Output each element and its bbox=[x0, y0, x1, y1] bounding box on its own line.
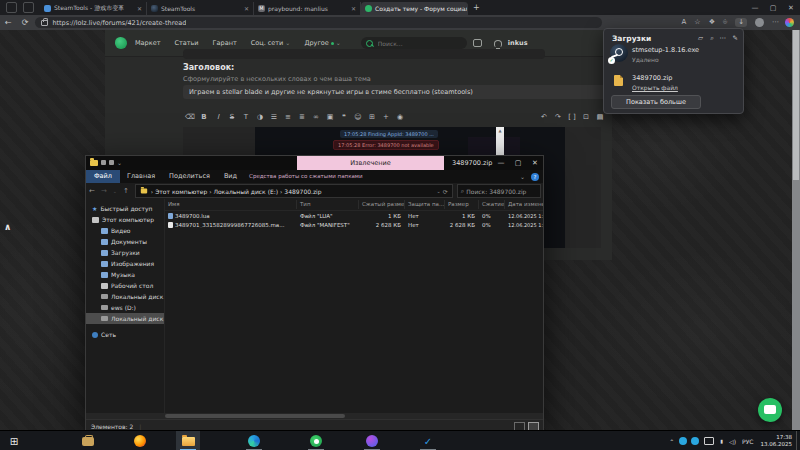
insert-more-icon[interactable]: + bbox=[379, 114, 393, 121]
emoji-icon[interactable]: ☺ bbox=[351, 114, 365, 121]
tab-praybound[interactable]: M praybound: manlius ✕ bbox=[254, 2, 361, 15]
help-icon[interactable]: ? bbox=[531, 173, 539, 181]
explorer-maximize-button[interactable]: ▢ bbox=[510, 156, 526, 170]
address-bar[interactable]: https://lolz.live/forums/421/create-thre… bbox=[35, 17, 602, 28]
bold-icon[interactable]: B bbox=[197, 114, 211, 121]
nav-articles[interactable]: Статьи bbox=[174, 39, 198, 47]
browser-maximize-button[interactable]: ▢ bbox=[764, 4, 782, 12]
browser-close-button[interactable]: ✕ bbox=[782, 4, 800, 12]
sidebar-item-downloads[interactable]: Загрузки bbox=[86, 247, 164, 258]
notifications-bell-icon[interactable] bbox=[494, 40, 502, 47]
show-more-button[interactable]: Показать больше bbox=[611, 95, 701, 109]
downloads-button[interactable]: ↓ bbox=[735, 18, 747, 27]
support-chat-button[interactable] bbox=[758, 398, 782, 422]
favorites-star-icon[interactable]: ☆ bbox=[694, 19, 700, 26]
messages-icon[interactable] bbox=[473, 39, 482, 47]
bullet-list-icon[interactable]: ≡ bbox=[281, 114, 295, 121]
breadcrumb-path[interactable]: › Этот компьютер › Локальный диск (E:) ›… bbox=[151, 188, 435, 195]
file-row[interactable]: 3489700.lua Файл "LUA" 1 КБ Нет 1 КБ 0% … bbox=[165, 211, 543, 220]
open-file-link[interactable]: Открыть файл bbox=[632, 84, 678, 91]
username[interactable]: inkus bbox=[508, 39, 528, 47]
sidebar-item-music[interactable]: Музыка bbox=[86, 269, 164, 280]
telegram-icon-2[interactable] bbox=[691, 437, 699, 445]
text-size-icon[interactable]: T bbox=[239, 114, 253, 121]
file-list-header[interactable]: Имя Тип Сжатый размер Защита па... Разме… bbox=[165, 199, 543, 211]
telegram-icon[interactable] bbox=[679, 437, 687, 445]
qat-icon[interactable] bbox=[101, 160, 106, 165]
tab-close-icon[interactable]: ✕ bbox=[241, 5, 249, 12]
tab-create-thread[interactable]: Создать тему - Форум социаль... ✕ bbox=[361, 2, 468, 15]
tray-expand-icon[interactable]: ⌃ bbox=[669, 438, 674, 445]
refresh-icon[interactable]: ⟳ bbox=[443, 188, 448, 195]
sidebar-item-disk-d[interactable]: ews (D:) bbox=[86, 302, 164, 313]
bbcode-icon[interactable]: [ ] bbox=[565, 114, 579, 121]
compressed-tools-tab[interactable]: Средства работы со сжатыми папками bbox=[244, 170, 368, 183]
quote-icon[interactable]: ❝ bbox=[337, 114, 351, 121]
sidebar-item-videos[interactable]: Видео bbox=[86, 225, 164, 236]
horizontal-scrollbar-thumb[interactable] bbox=[165, 414, 345, 418]
start-button[interactable]: ⊞ bbox=[2, 431, 26, 450]
forward-icon[interactable]: → bbox=[101, 187, 107, 195]
sidebar-item-this-pc[interactable]: Этот компьютер bbox=[86, 214, 164, 225]
taskbar-app-purple[interactable] bbox=[360, 431, 384, 450]
search-downloads-icon[interactable]: ⌕ bbox=[710, 34, 714, 42]
taskbar-app-green[interactable] bbox=[304, 431, 328, 450]
tab-close-icon[interactable]: ✕ bbox=[134, 5, 142, 12]
explorer-close-button[interactable]: ✕ bbox=[527, 156, 543, 170]
battery-icon[interactable]: ▮ bbox=[720, 438, 723, 444]
forum-search[interactable] bbox=[361, 37, 467, 49]
scroll-to-top-icon[interactable]: ∧ bbox=[4, 222, 11, 232]
forum-logo-icon[interactable] bbox=[115, 37, 127, 49]
file-menu[interactable]: Файл bbox=[86, 170, 120, 183]
share-tab[interactable]: Поделиться bbox=[162, 170, 217, 183]
network-display-icon[interactable] bbox=[704, 437, 714, 445]
explorer-minimize-button[interactable]: — bbox=[493, 156, 509, 170]
sidebar-item-disk-e[interactable]: Локальный диск (E bbox=[86, 313, 164, 324]
nav-garant[interactable]: Гарант bbox=[213, 39, 237, 47]
clock[interactable]: 17:38 13.06.2025 bbox=[761, 434, 793, 448]
taskbar-app-firefox[interactable] bbox=[128, 431, 152, 450]
extract-context-tab[interactable]: Извлечение bbox=[297, 156, 444, 170]
show-desktop-button[interactable] bbox=[796, 431, 800, 450]
language-indicator[interactable]: РУС bbox=[742, 438, 753, 445]
up-icon[interactable]: ↑ bbox=[123, 187, 129, 195]
home-tab[interactable]: Главная bbox=[120, 170, 162, 183]
page-scrollbar-thumb[interactable] bbox=[793, 30, 799, 180]
link-icon[interactable]: ∞ bbox=[309, 114, 323, 121]
align-icon[interactable]: ☰ bbox=[267, 114, 281, 121]
settings-menu-icon[interactable]: ⋯ bbox=[772, 19, 779, 26]
taskbar-app-explorer[interactable] bbox=[176, 431, 200, 450]
nav-other[interactable]: Другое⌄ bbox=[304, 39, 340, 47]
collections-icon[interactable]: ⌾ bbox=[723, 19, 727, 26]
ribbon-collapse-icon[interactable]: ⌄ bbox=[520, 173, 525, 180]
tab-close-icon[interactable]: ✕ bbox=[348, 5, 356, 12]
taskbar-app-edge[interactable] bbox=[242, 431, 266, 450]
text-color-icon[interactable]: ◑ bbox=[253, 114, 267, 121]
thread-title-input[interactable] bbox=[183, 85, 607, 99]
recent-locations-icon[interactable]: ⌄ bbox=[113, 188, 117, 194]
workspaces-icon[interactable] bbox=[23, 2, 34, 13]
undo-icon[interactable]: ↶ bbox=[537, 114, 551, 121]
nav-market[interactable]: Маркет bbox=[135, 39, 160, 47]
sidebar-item-pictures[interactable]: Изображения bbox=[86, 258, 164, 269]
strikethrough-icon[interactable]: S bbox=[225, 114, 239, 121]
explorer-titlebar[interactable]: ⌄ Извлечение 3489700.zip — ▢ ✕ bbox=[86, 156, 543, 170]
sidebar-item-desktop[interactable]: Рабочий стол bbox=[86, 280, 164, 291]
new-tab-button[interactable]: + bbox=[473, 4, 480, 12]
qat-customize-icon[interactable]: ⌄ bbox=[117, 159, 122, 166]
download-item-name[interactable]: 3489700.zip bbox=[632, 74, 672, 82]
extensions-icon[interactable]: ❖ bbox=[709, 19, 715, 26]
forum-search-input[interactable] bbox=[376, 39, 450, 48]
browser-extra-icon[interactable] bbox=[785, 18, 794, 27]
file-row[interactable]: 3489701_3315828999867726085.ma... Файл "… bbox=[165, 220, 543, 229]
taskbar-app-briefcase[interactable] bbox=[76, 431, 100, 450]
italic-icon[interactable]: I bbox=[211, 114, 225, 121]
qat-icon[interactable] bbox=[109, 160, 114, 165]
chevron-down-icon[interactable]: ⌄ bbox=[437, 188, 441, 194]
read-aloud-icon[interactable]: A bbox=[682, 19, 687, 26]
breadcrumb[interactable]: › Этот компьютер › Локальный диск (E:) ›… bbox=[135, 184, 453, 198]
sidebar-item-documents[interactable]: Документы bbox=[86, 236, 164, 247]
fullscreen-icon[interactable]: ⊡ bbox=[579, 114, 593, 121]
pin-downloads-icon[interactable]: ✎ bbox=[733, 34, 738, 42]
redo-icon[interactable]: ↷ bbox=[551, 114, 565, 121]
